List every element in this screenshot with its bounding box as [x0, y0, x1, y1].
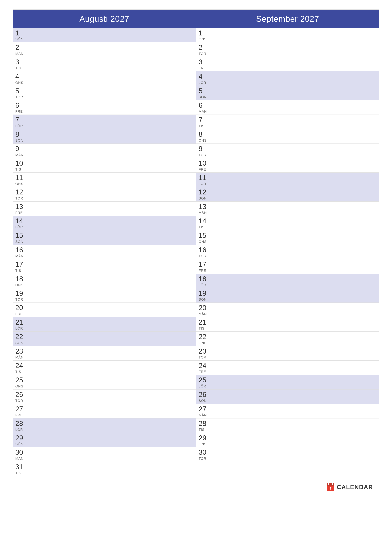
day-number: 9 [199, 145, 207, 153]
day-info: 21TIS [199, 319, 207, 330]
day-row: 31TIS [13, 462, 196, 476]
day-row: 30MÅN [13, 447, 196, 462]
day-name: LÖR [199, 182, 207, 186]
day-info: 27FRE [15, 405, 23, 417]
day-info: 9MÅN [15, 145, 24, 157]
day-row: 25LÖR [196, 375, 379, 389]
day-name: FRE [15, 110, 23, 114]
day-row: 15SÖN [13, 230, 196, 245]
day-name: ONS [15, 182, 23, 186]
day-info: 4LÖR [199, 73, 206, 85]
day-number: 1 [199, 29, 207, 37]
day-row: 8SÖN [13, 129, 196, 144]
day-info: 6FRE [15, 102, 23, 114]
day-row: 2MÅN [13, 42, 196, 57]
day-name: FRE [199, 66, 206, 70]
day-row: 28LÖR [13, 418, 196, 433]
day-row: 23TOR [196, 346, 379, 361]
day-number: 30 [199, 449, 207, 456]
day-number: 21 [199, 319, 207, 326]
day-number: 3 [199, 58, 206, 66]
day-number: 5 [199, 87, 207, 95]
day-row: 2TOR [196, 42, 379, 57]
day-number: 4 [15, 73, 23, 80]
day-info: 18ONS [15, 275, 23, 287]
day-row: 11ONS [13, 173, 196, 187]
day-row: 27FRE [13, 404, 196, 418]
day-info: 30TOR [199, 449, 207, 460]
day-row: 19TOR [13, 288, 196, 303]
day-name: ONS [199, 240, 207, 244]
day-info: 23MÅN [15, 347, 24, 359]
day-name: TOR [199, 52, 207, 56]
day-number: 26 [15, 391, 23, 398]
day-info: 2TOR [199, 44, 207, 56]
day-name: LÖR [199, 81, 206, 85]
day-name: MÅN [15, 254, 24, 258]
day-name: TIS [15, 471, 23, 475]
svg-rect-2 [327, 485, 334, 486]
day-row: 3TIS [13, 57, 196, 71]
day-name: LÖR [199, 384, 207, 388]
day-row: 5TOR [13, 86, 196, 100]
day-info: 15ONS [199, 232, 207, 244]
day-number: 3 [15, 58, 21, 66]
day-info: 19SÖN [199, 290, 207, 301]
day-number: 6 [15, 102, 23, 109]
day-row: 27MÅN [196, 404, 379, 418]
day-number: 17 [199, 261, 207, 268]
logo-container: 7 CALENDAR [326, 483, 373, 492]
day-name: SÖN [199, 196, 207, 200]
day-name: MÅN [15, 153, 24, 157]
day-row: 6FRE [13, 100, 196, 115]
day-info: 16MÅN [15, 246, 24, 258]
day-row: 23MÅN [13, 346, 196, 361]
day-number: 1 [15, 29, 23, 37]
day-number: 20 [199, 304, 207, 312]
day-row: 21LÖR [13, 317, 196, 332]
day-row: 12TOR [13, 187, 196, 201]
day-info: 4ONS [15, 73, 23, 85]
day-info: 3FRE [199, 58, 206, 70]
day-name: FRE [15, 413, 23, 417]
day-number: 16 [15, 246, 24, 254]
month-header-1: September 2027 [196, 10, 379, 28]
day-number: 27 [15, 405, 23, 413]
day-row: 4LÖR [196, 71, 379, 86]
day-info: 12TOR [15, 188, 23, 200]
day-row: 13FRE [13, 202, 196, 216]
day-info: 14LÖR [15, 217, 23, 229]
day-info: 18LÖR [199, 275, 207, 287]
day-info: 24TIS [15, 362, 23, 374]
day-info: 7LÖR [15, 116, 23, 128]
day-name: MÅN [15, 457, 24, 461]
day-number: 11 [199, 174, 207, 182]
day-info: 22ONS [199, 333, 207, 345]
day-info: 23TOR [199, 347, 207, 359]
day-row: 5SÖN [196, 86, 379, 100]
day-name: ONS [199, 341, 207, 345]
day-name: TIS [15, 269, 23, 273]
day-name: MÅN [15, 355, 24, 359]
day-row: 17FRE [196, 259, 379, 274]
day-row: 14TIS [196, 216, 379, 230]
day-name: SÖN [15, 341, 23, 345]
day-info: 24FRE [199, 362, 207, 374]
day-number: 6 [199, 102, 207, 109]
day-info: 10FRE [199, 160, 207, 171]
day-name: SÖN [15, 240, 23, 244]
day-number: 19 [199, 290, 207, 297]
footer-row: 7 CALENDAR [13, 478, 379, 496]
day-number: 26 [199, 391, 207, 398]
day-number: 21 [15, 319, 23, 326]
day-info: 22SÖN [15, 333, 23, 345]
day-info: 12SÖN [199, 188, 207, 200]
day-number: 10 [15, 160, 23, 167]
day-row: 20MÅN [196, 303, 379, 317]
day-name: MÅN [15, 52, 24, 56]
day-number: 15 [15, 232, 23, 239]
day-name: TOR [15, 95, 23, 99]
day-info: 30MÅN [15, 449, 24, 460]
day-number: 23 [15, 347, 24, 355]
day-number: 5 [15, 87, 23, 95]
